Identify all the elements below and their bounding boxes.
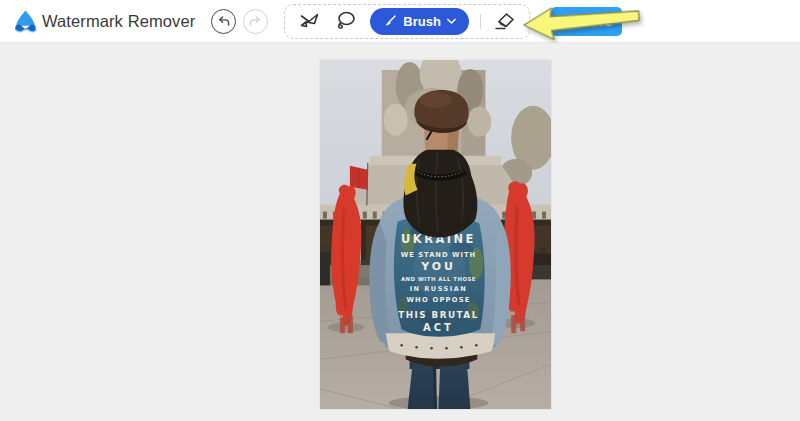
brush-icon <box>383 14 397 28</box>
polygon-lasso-tool-button[interactable] <box>296 8 322 34</box>
jacket-line: IN RUSSIAN <box>410 285 468 293</box>
black-hood <box>403 150 477 238</box>
brush-tool-button[interactable]: Brush <box>370 8 469 35</box>
jacket-line: AND WITH ALL THOSE <box>401 276 476 282</box>
selection-tool-group: Brush <box>284 4 530 39</box>
eraser-tool-button[interactable] <box>492 8 518 34</box>
tool-separator <box>480 14 481 29</box>
lasso-icon <box>334 9 358 33</box>
brush-label: Brush <box>403 14 441 29</box>
redo-icon <box>248 14 263 29</box>
toolbar: Watermark Remover <box>0 0 800 43</box>
remove-button[interactable]: Remove <box>551 7 622 36</box>
undo-icon <box>216 14 231 29</box>
app-logo-icon <box>12 8 39 35</box>
lasso-tool-button[interactable] <box>333 8 359 34</box>
editor-canvas-area: UKRAINE WE STAND WITH YOU AND WITH ALL T… <box>0 43 800 421</box>
redo-button[interactable] <box>243 9 268 34</box>
photo-image: UKRAINE WE STAND WITH YOU AND WITH ALL T… <box>320 60 551 409</box>
eraser-icon <box>493 9 517 33</box>
jacket-line: WHO OPPOSE <box>406 296 470 304</box>
history-group <box>211 9 268 34</box>
photo-canvas[interactable]: UKRAINE WE STAND WITH YOU AND WITH ALL T… <box>320 60 551 409</box>
jacket-line: WE STAND WITH <box>401 251 476 259</box>
app-title: Watermark Remover <box>42 12 195 31</box>
chevron-down-icon <box>447 18 456 25</box>
jacket-line: ACT <box>423 322 454 333</box>
undo-button[interactable] <box>211 9 236 34</box>
jacket-line: THIS BRUTAL <box>398 310 478 320</box>
jacket-line: YOU <box>420 260 456 273</box>
polygon-lasso-icon <box>297 9 321 33</box>
